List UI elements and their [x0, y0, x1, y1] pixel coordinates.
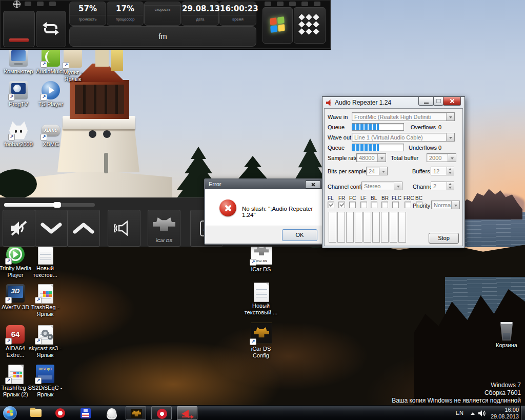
speaker-button[interactable] — [108, 210, 140, 247]
tray-clock[interactable]: 16:00 29.08.2013 — [491, 407, 519, 420]
xbmc-logo-text: xbmc — [44, 127, 57, 133]
icar-ds-button[interactable]: iCar DS — [148, 210, 180, 247]
stop-button[interactable]: Stop — [429, 233, 459, 244]
level-meter — [364, 212, 371, 243]
repeat-button[interactable] — [36, 11, 66, 47]
desktop-icon-text-doc2[interactable]: Новый текстовый ... — [241, 283, 280, 316]
checkbox-bl[interactable] — [371, 202, 377, 208]
combo-arrow-button[interactable] — [377, 154, 386, 162]
volume-label: громкость — [70, 15, 106, 22]
windows-menu-button[interactable] — [262, 7, 293, 44]
total-buffer-value: 2000 — [429, 155, 441, 161]
checkbox-br[interactable] — [381, 202, 388, 208]
channels-spinner[interactable]: 2 — [431, 182, 454, 190]
desktop-icon-recycle-bin[interactable]: Корзина — [487, 322, 525, 349]
wave-in-combo[interactable]: FrontMic (Realtek High Definiti — [352, 112, 455, 121]
hidden-icons-button[interactable] — [471, 412, 475, 415]
taskbar-media-button[interactable] — [151, 406, 172, 420]
source-display[interactable]: fm — [69, 26, 256, 47]
volume-down-button[interactable] — [35, 210, 68, 247]
desktop-icon-text-doc[interactable]: Новый текстов... — [26, 245, 65, 278]
icar-logo — [132, 410, 141, 416]
desktop-icon-icar-config[interactable]: iCar DS Config — [241, 323, 280, 359]
checkbox-flc[interactable] — [392, 202, 399, 208]
screen: Компьютер AudioMulch Мульт - Ярлык ProgT… — [0, 0, 525, 420]
opera-icon — [55, 408, 65, 418]
sample-rate-label: Sample rate — [328, 155, 358, 161]
registry-grid-icon — [43, 291, 46, 294]
spinner-buttons[interactable] — [447, 167, 454, 175]
watermark-line2: Сборка 7601 — [392, 389, 521, 397]
checkbox-frc[interactable] — [405, 202, 411, 208]
date-value: 29.08.13 — [182, 5, 218, 13]
taskbar-audio-repeater-button[interactable] — [177, 406, 197, 420]
recycle-bin-icon — [499, 322, 514, 341]
taskbar-floppy-button[interactable] — [75, 406, 96, 420]
maximize-button[interactable] — [433, 97, 443, 106]
checkbox-fr[interactable] — [338, 202, 345, 208]
combo-arrow-button[interactable] — [446, 113, 454, 121]
language-indicator[interactable]: EN — [456, 410, 463, 416]
mute-button[interactable] — [3, 210, 35, 247]
taskbar: EN 16:00 29.08.2013 — [0, 405, 525, 420]
shortcut-arrow-icon — [8, 134, 15, 141]
level-meter — [381, 212, 389, 243]
error-dialog-close-button[interactable] — [305, 181, 321, 189]
checkbox-fl[interactable] — [328, 202, 334, 208]
apps-grid-button[interactable] — [294, 7, 326, 44]
combo-arrow-button[interactable] — [446, 133, 454, 141]
taskbar-icar-button[interactable] — [126, 406, 146, 420]
priority-combo[interactable]: Normal — [431, 201, 460, 209]
bits-per-sample-combo[interactable]: 24 — [366, 167, 388, 175]
checkbox-lf[interactable] — [360, 202, 367, 208]
database-icon — [277, 2, 284, 6]
show-desktop-button[interactable] — [521, 406, 525, 420]
time-label: время — [220, 15, 256, 22]
error-dialog-titlebar[interactable]: Error — [205, 179, 323, 189]
desktop-icon-xbmc[interactable]: xbmc XBMC — [31, 121, 70, 148]
total-buffer-combo[interactable]: 2000 — [427, 153, 456, 162]
volume-slider-thumb[interactable] — [53, 202, 61, 208]
channel-config-combo[interactable]: Stereo — [361, 182, 402, 190]
shortcut-arrow-icon — [5, 338, 12, 345]
taskbar-opera-button[interactable] — [50, 406, 71, 420]
combo-arrow-button[interactable] — [448, 154, 456, 162]
combo-arrow-button[interactable] — [451, 201, 459, 209]
text-document-icon — [38, 245, 53, 265]
cpu-value: 17% — [107, 5, 143, 13]
lighthouse-lantern-room — [70, 80, 129, 119]
minimize-button[interactable] — [418, 97, 434, 106]
icar-icon — [131, 409, 142, 418]
wave-out-combo[interactable]: Line 1 (Virtual Audio Cable) — [352, 133, 455, 142]
signal-button[interactable] — [3, 11, 35, 47]
icon-label: Корзина — [487, 342, 525, 349]
sample-rate-combo[interactable]: 48000 — [356, 153, 386, 162]
combo-arrow-button[interactable] — [394, 182, 402, 190]
satellite-dish-icon — [13, 85, 21, 92]
desktop-icon-tsplayer[interactable]: TS Player — [31, 81, 70, 108]
lighthouse-pipe — [104, 153, 108, 173]
desktop-icon-ss2diseqc[interactable]: DiSEqC SS2DiSEqC - Ярлык — [26, 365, 65, 398]
ok-button[interactable]: OK — [282, 229, 317, 241]
close-button[interactable] — [443, 97, 461, 106]
buffers-spinner[interactable]: 12 — [431, 167, 454, 175]
level-meter — [398, 212, 406, 243]
desktop-icon-skycast[interactable]: skycast ss3 - Ярлык — [26, 325, 65, 358]
equalizer-icon — [265, 2, 271, 6]
start-button[interactable] — [3, 406, 17, 420]
desktop-icon-trashreg[interactable]: TrashReg - Ярлык — [26, 284, 65, 317]
desktop-icon-icar-ds[interactable]: iCar DS iCar DS — [241, 243, 280, 273]
volume-slider[interactable] — [4, 203, 95, 207]
date-cell: 29.08.13 дата — [181, 2, 219, 26]
volume-up-button[interactable] — [67, 210, 100, 247]
taskbar-headset-button[interactable] — [102, 406, 122, 420]
flag-br-label: BR — [381, 195, 389, 201]
tray-volume-icon[interactable] — [478, 410, 486, 417]
desktop-icon-mult[interactable]: Мульт - Ярлык — [53, 49, 92, 83]
checkbox-fc[interactable] — [349, 202, 356, 208]
combo-arrow-button[interactable] — [379, 167, 387, 175]
spinner-buttons[interactable] — [447, 182, 454, 190]
taskbar-explorer-button[interactable] — [26, 406, 46, 420]
phone-icon — [25, 2, 31, 6]
speed-cell: скорость — [144, 2, 181, 26]
